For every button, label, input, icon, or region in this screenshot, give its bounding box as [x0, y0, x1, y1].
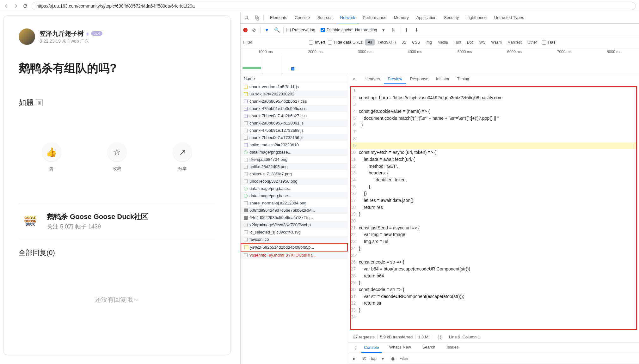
- chevron-down-icon[interactable]: ▾: [380, 26, 387, 34]
- detail-tab-initiator[interactable]: Initiator: [432, 74, 453, 84]
- request-row[interactable]: ys%2F592b514d2bdd4bf08bfb5b...: [241, 243, 348, 252]
- devtools-tab-performance[interactable]: Performance: [359, 12, 390, 23]
- request-row[interactable]: like-sj.da684724.png: [241, 156, 348, 163]
- invert-checkbox[interactable]: Invert: [309, 40, 325, 45]
- request-row[interactable]: uncollect-sj.58271956.png: [241, 178, 348, 185]
- avatar[interactable]: [19, 28, 35, 45]
- code-line: 25: [350, 252, 637, 259]
- upload-icon[interactable]: ⬆: [403, 26, 410, 34]
- level-badge: Lv.4: [91, 31, 102, 36]
- request-row[interactable]: ?userinfo=eyJhdmF0YXIiOiJodHR...: [241, 252, 348, 259]
- disable-cache-checkbox[interactable]: Disable cache: [321, 27, 353, 32]
- preserve-log-checkbox[interactable]: Preserve log: [286, 27, 315, 32]
- devtools-tab-memory[interactable]: Memory: [390, 12, 413, 23]
- console-context-icon[interactable]: ▸: [351, 355, 358, 362]
- console-filter-input[interactable]: [399, 355, 636, 362]
- close-detail-icon[interactable]: ×: [351, 77, 357, 82]
- back-icon[interactable]: [3, 3, 9, 9]
- filter-type-fetchxhr[interactable]: Fetch/XHR: [375, 39, 399, 46]
- request-row[interactable]: baike_md.css?t=20220610: [241, 141, 348, 149]
- drawer-tab-issues[interactable]: Issues: [443, 343, 463, 353]
- detail-tab-preview[interactable]: Preview: [384, 74, 406, 84]
- request-row[interactable]: uu.sdk.js?t=2022030202: [241, 90, 348, 98]
- detail-tab-timing[interactable]: Timing: [453, 74, 473, 84]
- devtools-tab-sources[interactable]: Sources: [314, 12, 336, 23]
- request-row[interactable]: ic_selected_sj.c39cdf43.svg: [241, 228, 348, 236]
- community-link[interactable]: GOOSEGOOSEDUCK 鹅鸭杀 Goose Goose Duck社区 关注…: [19, 203, 215, 239]
- filter-type-js[interactable]: JS: [399, 39, 409, 46]
- name-column-header[interactable]: Name: [241, 74, 348, 83]
- filter-type-manifest[interactable]: Manifest: [505, 39, 524, 46]
- request-row[interactable]: favicon.ico: [241, 236, 348, 243]
- device-icon[interactable]: [253, 14, 261, 22]
- forward-icon[interactable]: [13, 3, 19, 9]
- request-row[interactable]: share_normal-sj.a2212884.png: [241, 199, 348, 207]
- filter-type-ws[interactable]: WS: [477, 39, 488, 46]
- network-filter-input[interactable]: [243, 39, 306, 46]
- request-row[interactable]: chunk-7bbec0e7.4b2b6b27.css: [241, 112, 348, 119]
- drawer-tab-console[interactable]: Console: [361, 343, 382, 353]
- funnel-icon[interactable]: ▼: [263, 26, 271, 34]
- request-row[interactable]: chunk-2a0b8695.4b120091.js: [241, 119, 348, 127]
- devtools-tab-application[interactable]: Application: [413, 12, 440, 23]
- request-row[interactable]: chunk-475bb91e.12732a88.js: [241, 127, 348, 134]
- filter-type-img[interactable]: Img: [423, 39, 434, 46]
- devtools-tab-console[interactable]: Console: [291, 12, 314, 23]
- devtools-tab-security[interactable]: Security: [440, 12, 463, 23]
- drawer-tab-whatsnew[interactable]: What's New: [385, 343, 415, 353]
- network-timeline[interactable]: 1000 ms2000 ms3000 ms4000 ms5000 ms6000 …: [241, 48, 639, 74]
- request-row[interactable]: unlike.28d22d95.png: [241, 163, 348, 170]
- time-label: 4000 ms: [408, 50, 422, 54]
- request-row[interactable]: chunk-475bb91e.be3c996c.css: [241, 105, 348, 112]
- filter-type-other[interactable]: Other: [525, 39, 539, 46]
- filter-type-doc[interactable]: Doc: [464, 39, 476, 46]
- hide-data-urls-checkbox[interactable]: Hide data URLs: [328, 40, 363, 45]
- devtools-tab-network[interactable]: Network: [336, 12, 359, 23]
- preview-pane[interactable]: 12const api_burp = 'https://nlcyhivasn04…: [348, 84, 639, 332]
- request-row[interactable]: collect-sj.7138f3e7.png: [241, 170, 348, 178]
- filter-type-css[interactable]: CSS: [409, 39, 422, 46]
- detail-tab-headers[interactable]: Headers: [361, 74, 384, 84]
- request-row[interactable]: chunk-2a0b8695.4b2b6b27.css: [241, 98, 348, 105]
- devtools-tab-elements[interactable]: Elements: [266, 12, 291, 23]
- code-line: 33}: [350, 307, 637, 314]
- detail-tab-response[interactable]: Response: [406, 74, 432, 84]
- request-row[interactable]: data:image/png;base...: [241, 185, 348, 192]
- clear-console-icon[interactable]: ⊘: [361, 355, 368, 362]
- request-row[interactable]: 638ffd896424937c66e76bb6I2RM...: [241, 207, 348, 214]
- devtools-tab-lighthouse[interactable]: Lighthouse: [463, 12, 490, 23]
- filter-type-media[interactable]: Media: [435, 39, 451, 46]
- top-context[interactable]: top: [371, 356, 377, 361]
- filter-type-font[interactable]: Font: [451, 39, 464, 46]
- request-row[interactable]: chunk-7bbec0e7.a7732156.js: [241, 134, 348, 141]
- drawer-menu-icon[interactable]: ⋮: [351, 344, 359, 352]
- request-row[interactable]: x?fop=imageView/2/w/720/f/webp: [241, 221, 348, 228]
- has-blocked-checkbox[interactable]: Has: [542, 40, 555, 45]
- like-button[interactable]: 👍 赞: [42, 143, 61, 172]
- share-button[interactable]: ↗ 分享: [173, 143, 192, 172]
- reload-icon[interactable]: [22, 3, 28, 9]
- record-button[interactable]: [243, 28, 248, 32]
- request-row[interactable]: chunk-vendors.1a5f8111.js: [241, 83, 348, 90]
- filter-type-wasm[interactable]: Wasm: [488, 39, 504, 46]
- search-icon[interactable]: 🔍: [273, 26, 281, 34]
- devtools-tab-untrusted types[interactable]: Untrusted Types: [490, 12, 528, 23]
- wifi-icon[interactable]: ⇅: [390, 26, 397, 34]
- address-bar[interactable]: [32, 2, 636, 10]
- request-row[interactable]: data:image/png;base...: [241, 192, 348, 199]
- drawer-tab-search[interactable]: Search: [419, 343, 439, 353]
- code-line: 8: [350, 136, 637, 143]
- clear-icon[interactable]: ⊘: [250, 26, 258, 34]
- request-row[interactable]: data:image/png;base...: [241, 149, 348, 156]
- chevron-down-icon[interactable]: ▾: [379, 355, 387, 362]
- code-line: 20: [350, 218, 637, 225]
- throttling-select[interactable]: No throttling: [355, 27, 377, 32]
- filter-type-all[interactable]: All: [365, 39, 374, 46]
- inspect-icon[interactable]: [243, 14, 251, 22]
- favorite-button[interactable]: ☆ 收藏: [108, 143, 126, 172]
- request-row[interactable]: 64e4d0622935c59e9fcafa18xTIq...: [241, 214, 348, 221]
- download-icon[interactable]: ⬇: [413, 26, 421, 34]
- code-line: 16 }): [350, 190, 637, 197]
- username[interactable]: 笠泽九斤翅子树: [40, 29, 84, 38]
- eye-icon[interactable]: ◉: [389, 355, 397, 362]
